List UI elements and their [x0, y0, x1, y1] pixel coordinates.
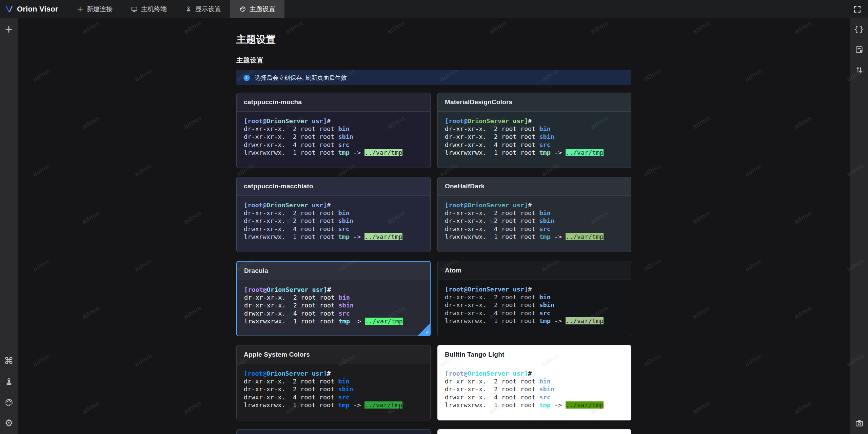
page-title: 主题设置: [236, 18, 631, 45]
theme-card[interactable]: Dracula [root@OrionServer usr]# dr-xr-xr…: [236, 261, 431, 336]
theme-card-partial[interactable]: [236, 429, 431, 434]
theme-card-header: Atom: [438, 261, 631, 280]
terminal-text: [root@OrionServer usr]# dr-xr-xr-x. 2 ro…: [445, 370, 624, 409]
theme-card-header: Dracula: [237, 262, 430, 280]
theme-settings-button[interactable]: [3, 396, 15, 409]
theme-name: catppuccin-mocha: [244, 98, 302, 106]
theme-card[interactable]: MaterialDesignColors [root@OrionServer u…: [437, 93, 631, 168]
logo-v-icon: [5, 5, 14, 14]
gear-icon: ⚙: [4, 418, 13, 428]
tab-bar: + 新建连接 主机终端 显示设置 主题设置: [68, 0, 284, 18]
camera-icon: [855, 419, 864, 428]
terminal-preview: [root@OrionServer usr]# dr-xr-xr-x. 2 ro…: [438, 364, 631, 409]
theme-name: Atom: [445, 267, 461, 274]
stamp-icon: [185, 6, 192, 13]
terminal-text: [root@OrionServer usr]# dr-xr-xr-x. 2 ro…: [244, 370, 423, 409]
doc-bookmark-button[interactable]: [853, 43, 865, 56]
terminal-text: [root@OrionServer usr]# dr-xr-xr-x. 2 ro…: [445, 201, 624, 241]
terminal-preview: [root@OrionServer usr]# dr-xr-xr-x. 2 ro…: [237, 196, 430, 241]
new-connection-button[interactable]: +: [3, 23, 15, 35]
terminal-text: [root@OrionServer usr]# dr-xr-xr-x. 2 ro…: [244, 286, 423, 325]
theme-name: OneHalfDark: [445, 183, 485, 190]
theme-card[interactable]: catppuccin-macchiato [root@OrionServer u…: [236, 177, 431, 252]
terminal-preview: [root@OrionServer usr]# dr-xr-xr-x. 2 ro…: [237, 364, 430, 409]
braces-icon: {}: [854, 25, 865, 33]
theme-name: catppuccin-macchiato: [244, 183, 313, 190]
tab-label: 主题设置: [250, 5, 275, 14]
tab-theme-settings[interactable]: 主题设置: [230, 0, 284, 18]
app-logo[interactable]: Orion Visor: [0, 0, 58, 18]
info-alert-text: 选择后会立刻保存, 刷新页面后生效: [255, 74, 347, 82]
main-content: 主题设置 主题设置 i 选择后会立刻保存, 刷新页面后生效 catppuccin…: [18, 18, 850, 434]
theme-name: Builtin Tango Light: [445, 351, 504, 358]
left-sidebar: + ⌘ ⚙: [0, 18, 18, 434]
theme-card-header: OneHalfDark: [438, 177, 631, 196]
info-icon: i: [243, 75, 250, 81]
theme-name: Apple System Colors: [244, 351, 310, 358]
terminal-preview: [root@OrionServer usr]# dr-xr-xr-x. 2 ro…: [438, 280, 631, 325]
doc-bookmark-icon: [855, 45, 864, 54]
theme-card-header: catppuccin-mocha: [237, 93, 430, 112]
terminal-text: [root@OrionServer usr]# dr-xr-xr-x. 2 ro…: [244, 201, 423, 241]
selected-check-corner: ✓: [417, 323, 430, 336]
screenshot-button[interactable]: [853, 417, 865, 429]
tab-host-terminal[interactable]: 主机终端: [122, 0, 176, 18]
tab-label: 新建连接: [87, 5, 113, 14]
check-icon: ✓: [425, 329, 430, 335]
terminal-text: [root@OrionServer usr]# dr-xr-xr-x. 2 ro…: [445, 117, 624, 156]
monitor-icon: [131, 6, 138, 13]
theme-card-header: catppuccin-macchiato: [237, 177, 430, 196]
sort-arrows-icon: [855, 65, 864, 74]
tab-new-connection[interactable]: + 新建连接: [68, 0, 122, 18]
theme-card[interactable]: Builtin Tango Light [root@OrionServer us…: [437, 345, 631, 420]
theme-card-grid: catppuccin-mocha [root@OrionServer usr]#…: [236, 93, 631, 434]
app-window: Orion Visor + 新建连接 主机终端 显示设置: [0, 0, 868, 434]
tab-display-settings[interactable]: 显示设置: [176, 0, 230, 18]
stamp-icon: [4, 377, 14, 386]
section-title: 主题设置: [236, 56, 631, 65]
terminal-preview: [root@OrionServer usr]# dr-xr-xr-x. 2 ro…: [237, 112, 430, 156]
terminal-preview: [root@OrionServer usr]# dr-xr-xr-x. 2 ro…: [438, 196, 631, 241]
display-settings-button[interactable]: [3, 376, 15, 388]
tab-label: 主机终端: [141, 5, 167, 14]
settings-button[interactable]: ⚙: [3, 417, 15, 429]
command-shortcut-button[interactable]: ⌘: [3, 355, 15, 367]
terminal-preview: [root@OrionServer usr]# dr-xr-xr-x. 2 ro…: [438, 112, 631, 156]
theme-name: Dracula: [244, 267, 268, 275]
palette-icon: [239, 6, 246, 13]
topbar: Orion Visor + 新建连接 主机终端 显示设置: [0, 0, 868, 18]
terminal-text: [root@OrionServer usr]# dr-xr-xr-x. 2 ro…: [244, 117, 423, 156]
tab-label: 显示设置: [195, 5, 221, 14]
palette-icon: [4, 398, 14, 407]
terminal-preview: [root@OrionServer usr]# dr-xr-xr-x. 2 ro…: [237, 280, 430, 325]
sort-order-button[interactable]: [853, 64, 865, 76]
theme-name: MaterialDesignColors: [445, 98, 512, 106]
plus-icon: +: [77, 5, 83, 13]
command-icon: ⌘: [4, 356, 14, 366]
theme-card[interactable]: Atom [root@OrionServer usr]# dr-xr-xr-x.…: [437, 261, 631, 336]
terminal-text: [root@OrionServer usr]# dr-xr-xr-x. 2 ro…: [445, 285, 624, 325]
right-sidebar: {}: [850, 18, 868, 434]
info-alert: i 选择后会立刻保存, 刷新页面后生效: [236, 70, 631, 85]
theme-card[interactable]: catppuccin-mocha [root@OrionServer usr]#…: [236, 93, 431, 168]
theme-card[interactable]: OneHalfDark [root@OrionServer usr]# dr-x…: [437, 177, 631, 252]
fullscreen-icon[interactable]: [851, 3, 863, 15]
theme-card[interactable]: Apple System Colors [root@OrionServer us…: [236, 345, 431, 420]
theme-card-header: Builtin Tango Light: [438, 345, 631, 364]
plus-icon: +: [4, 24, 13, 34]
theme-card-header: Apple System Colors: [237, 345, 430, 364]
theme-card-header: MaterialDesignColors: [438, 93, 631, 112]
app-title: Orion Visor: [17, 5, 58, 14]
theme-card-partial[interactable]: [437, 429, 631, 434]
json-view-button[interactable]: {}: [853, 23, 865, 35]
